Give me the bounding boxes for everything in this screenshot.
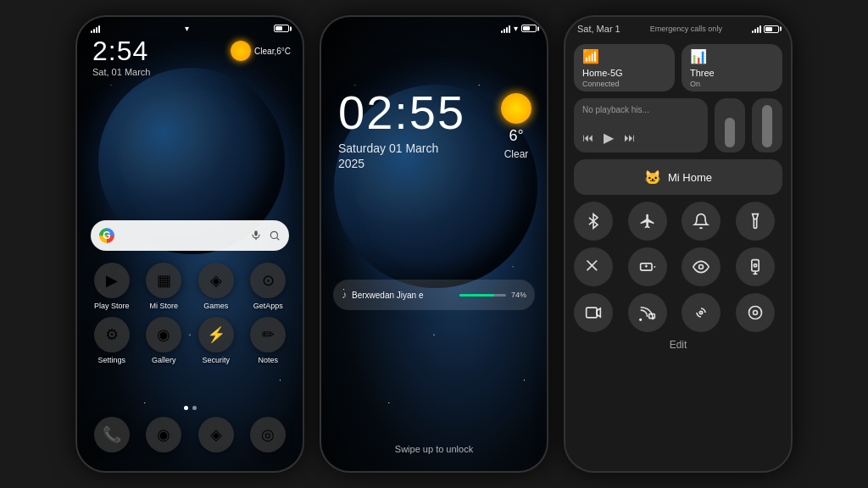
battery-saver-button[interactable] bbox=[628, 247, 667, 286]
mihome-cat-icon: 🐱 bbox=[644, 169, 661, 186]
phone-icon: 📞 bbox=[94, 417, 130, 452]
page-dots bbox=[86, 406, 294, 410]
cc-quick-toggles-2 bbox=[574, 247, 782, 286]
cc-content: 📶 Home-5G Connected 📊 Three On No playba… bbox=[574, 44, 782, 351]
dock-browser[interactable]: ◉ bbox=[141, 417, 187, 452]
lock-orientation-button[interactable] bbox=[736, 247, 775, 286]
page-dot-1 bbox=[184, 406, 188, 410]
mic-icon[interactable] bbox=[250, 230, 262, 241]
app-getapps[interactable]: ⊙ GetApps bbox=[245, 263, 292, 310]
app-games[interactable]: ◈ Games bbox=[192, 263, 239, 310]
music-player[interactable]: ♪ Berxwedan Jiyan e 74% bbox=[333, 280, 535, 310]
weather-widget: Clear,6°C bbox=[231, 41, 291, 61]
cc-wifi-label: Home-5G bbox=[582, 68, 623, 78]
wifi-icon: 📶 bbox=[582, 48, 599, 64]
cc-network-label: Three bbox=[690, 68, 715, 78]
messages-icon: ◈ bbox=[198, 417, 234, 452]
music-note-icon: ♪ bbox=[342, 289, 347, 301]
music-title: Berxwedan Jiyan e bbox=[352, 291, 454, 300]
status-bar: ▾ bbox=[335, 24, 537, 33]
app-play-store[interactable]: ▶ Play Store bbox=[88, 263, 135, 310]
next-button[interactable]: ⏭ bbox=[624, 131, 635, 144]
cc-edit-label[interactable]: Edit bbox=[574, 339, 782, 351]
phone-control-center: Sat, Mar 1 Emergency calls only 📶 Home-5… bbox=[564, 15, 793, 473]
svg-rect-8 bbox=[587, 308, 598, 318]
more-settings-button[interactable] bbox=[736, 293, 775, 332]
media-controls: ⏮ ▶ ⏭ bbox=[582, 130, 699, 146]
play-button[interactable]: ▶ bbox=[604, 130, 614, 146]
notification-button[interactable] bbox=[682, 202, 721, 241]
getapps-icon: ⊙ bbox=[250, 263, 286, 298]
prev-button[interactable]: ⏮ bbox=[582, 131, 593, 144]
svg-point-13 bbox=[753, 311, 757, 315]
eye-comfort-button[interactable] bbox=[682, 247, 721, 286]
dock-phone[interactable]: 📞 bbox=[88, 417, 135, 452]
app-settings[interactable]: ⚙ Settings bbox=[88, 317, 135, 364]
nfc-button[interactable] bbox=[682, 293, 721, 332]
dock-camera[interactable]: ◎ bbox=[245, 417, 292, 452]
svg-rect-0 bbox=[254, 230, 258, 236]
dock-messages[interactable]: ◈ bbox=[192, 417, 239, 452]
cast-button[interactable] bbox=[628, 293, 667, 332]
cc-network-tile[interactable]: 📊 Three On bbox=[682, 44, 782, 92]
svg-point-5 bbox=[699, 265, 704, 269]
games-icon: ◈ bbox=[198, 263, 234, 298]
battery-icon bbox=[274, 25, 289, 32]
network-icon: 📊 bbox=[690, 48, 707, 64]
music-progress bbox=[459, 294, 506, 297]
wifi-icon: ▾ bbox=[185, 24, 189, 33]
signal-icon bbox=[501, 25, 510, 33]
app-security[interactable]: ⚡ Security bbox=[192, 317, 239, 364]
brightness-fill bbox=[725, 118, 735, 147]
battery-icon bbox=[764, 25, 779, 33]
google-logo: G bbox=[99, 228, 114, 243]
app-mi-store[interactable]: ▦ Mi Store bbox=[141, 263, 187, 310]
app-notes[interactable]: ✏ Notes bbox=[245, 317, 292, 364]
svg-point-9 bbox=[639, 319, 641, 321]
screenrecord-button[interactable] bbox=[574, 293, 613, 332]
cc-date: Sat, Mar 1 bbox=[577, 24, 620, 34]
app-gallery[interactable]: ◉ Gallery bbox=[141, 317, 187, 364]
clock-date: Sat, 01 March bbox=[92, 67, 150, 77]
cc-connectivity-row: 📶 Home-5G Connected 📊 Three On bbox=[574, 44, 782, 92]
getapps-label: GetApps bbox=[253, 302, 283, 310]
airplane-button[interactable] bbox=[628, 202, 667, 241]
signal-icon bbox=[752, 25, 761, 33]
svg-line-3 bbox=[276, 237, 279, 240]
svg-point-12 bbox=[748, 307, 761, 319]
cc-quick-toggles-3 bbox=[574, 293, 782, 332]
notes-label: Notes bbox=[258, 356, 278, 364]
gallery-label: Gallery bbox=[152, 356, 176, 364]
mi-store-icon: ▦ bbox=[146, 263, 181, 298]
lens-icon[interactable] bbox=[269, 230, 281, 241]
gallery-icon: ◉ bbox=[146, 317, 181, 352]
sun-icon bbox=[501, 93, 531, 124]
weather-temp: 6° bbox=[509, 127, 523, 145]
music-percent: 74% bbox=[511, 291, 526, 299]
play-store-icon: ▶ bbox=[94, 263, 130, 298]
brightness-slider[interactable] bbox=[715, 98, 745, 152]
mihome-label: Mi Home bbox=[668, 171, 712, 184]
notes-icon: ✏ bbox=[250, 317, 286, 352]
bluetooth-button[interactable] bbox=[574, 202, 613, 241]
dock: 📞 ◉ ◈ ◎ bbox=[86, 406, 294, 459]
cc-network-sub: On bbox=[690, 80, 700, 88]
cc-emergency: Emergency calls only bbox=[650, 25, 722, 33]
weather-desc: Clear bbox=[504, 148, 529, 160]
dock-row: 📞 ◉ ◈ ◎ bbox=[86, 417, 294, 452]
camera-icon: ◎ bbox=[250, 417, 286, 452]
focus-button[interactable] bbox=[574, 247, 613, 286]
search-bar[interactable]: G bbox=[91, 220, 289, 251]
cc-status-bar: Sat, Mar 1 Emergency calls only bbox=[577, 24, 779, 34]
app-row-2: ⚙ Settings ◉ Gallery ⚡ Security ✏ Notes bbox=[86, 317, 294, 364]
flashlight-button[interactable] bbox=[736, 202, 775, 241]
svg-point-7 bbox=[754, 264, 756, 267]
signal-icon bbox=[91, 25, 100, 33]
cc-wifi-tile[interactable]: 📶 Home-5G Connected bbox=[574, 44, 675, 92]
battery-icon bbox=[521, 25, 537, 32]
cc-mihome-tile[interactable]: 🐱 Mi Home bbox=[574, 159, 782, 195]
security-label: Security bbox=[202, 356, 230, 364]
clock-time: 2:54 bbox=[92, 36, 150, 67]
cc-quick-toggles-1 bbox=[574, 202, 782, 241]
volume-slider[interactable] bbox=[752, 98, 782, 152]
